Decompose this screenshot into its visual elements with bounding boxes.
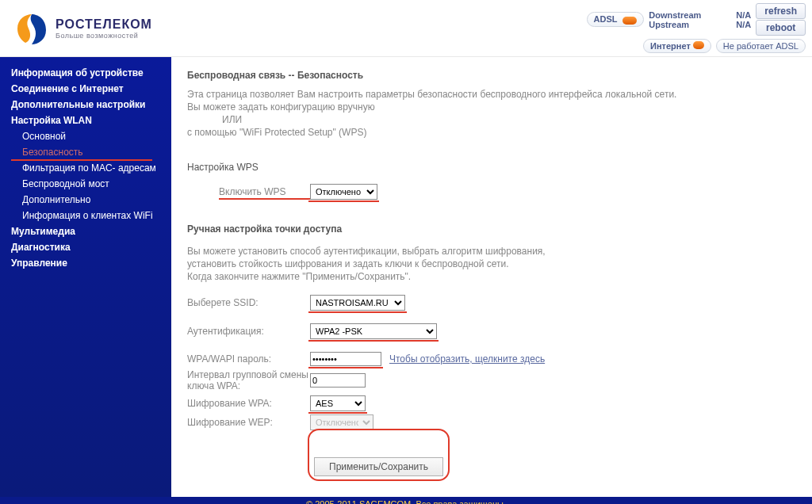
wpa-enc-select[interactable]: AES: [310, 395, 366, 411]
nav-advanced[interactable]: Дополнительные настройки: [0, 97, 171, 113]
pass-input[interactable]: [310, 352, 381, 366]
wep-enc-label: Шифрование WEP:: [187, 417, 310, 428]
rostelecom-icon: [14, 11, 49, 46]
pass-reveal-link[interactable]: Чтобы отобразить, щелкните здесь: [389, 353, 545, 365]
nav-wlan-security[interactable]: Безопасность: [0, 144, 171, 160]
manual-section-title: Ручная настройка точки доступа: [187, 223, 796, 235]
upstream-value: N/A: [727, 20, 751, 29]
wps-enable-row: Включить WPS Отключено: [187, 184, 796, 200]
auth-label: Аутентификация:: [187, 326, 310, 337]
wps-section-title: Настройка WPS: [187, 162, 796, 173]
nav-wlan[interactable]: Настройка WLAN: [0, 113, 171, 128]
manual-desc-2: установить стойкость шифрования и задать…: [187, 258, 796, 269]
content-panel: Беспроводная связь -- Безопасность Эта с…: [171, 57, 812, 497]
auth-select[interactable]: WPA2 -PSK: [310, 323, 437, 339]
internet-badge: Интернет: [643, 39, 711, 53]
manual-desc-3: Когда закончите нажмите "Применить/Сохра…: [187, 271, 796, 282]
nav-wlan-basic[interactable]: Основной: [0, 128, 171, 144]
nav-wlan-clients[interactable]: Информация о клиентах WiFi: [0, 208, 171, 223]
adsl-led-icon: [622, 17, 637, 25]
wep-enc-select[interactable]: Отключено: [310, 414, 373, 430]
desc-line-3: с помощью "WiFi Protected Setup" (WPS): [187, 127, 796, 138]
nav-wlan-mac[interactable]: Фильтрация по MAC- адресам: [0, 160, 171, 176]
wps-enable-label-text: Включить WPS: [219, 186, 286, 197]
nav-multimedia[interactable]: Мультимедиа: [0, 223, 171, 239]
internet-label: Интернет: [650, 41, 691, 51]
sidebar: Информация об устройстве Соединение с Ин…: [0, 57, 171, 497]
adsl-badge: ADSL: [587, 12, 645, 26]
manual-description: Вы можете установить способ аутентификац…: [187, 246, 796, 282]
wps-enable-select[interactable]: Отключено: [310, 184, 377, 200]
wps-enable-label: Включить WPS: [187, 186, 310, 197]
page-title: Беспроводная связь -- Безопасность: [187, 70, 796, 81]
header: РОСТЕЛЕКОМ Больше возможностей ADSL Down…: [0, 0, 812, 57]
stream-readout: DownstreamN/A UpstreamN/A: [649, 10, 751, 29]
brand-tagline: Больше возможностей: [56, 32, 152, 40]
nav-wlan-bridge[interactable]: Беспроводной мост: [0, 176, 171, 192]
status-panel: ADSL DownstreamN/A UpstreamN/A refresh r…: [587, 3, 806, 53]
ssid-select[interactable]: NASTROISAM.RU: [310, 295, 405, 311]
nav-diag[interactable]: Диагностика: [0, 239, 171, 255]
desc-line-2: Вы можете задать конфигурацию вручную: [187, 101, 796, 113]
nav-manage[interactable]: Управление: [0, 255, 171, 271]
nav-device-info[interactable]: Информация об устройстве: [0, 65, 171, 81]
reboot-button[interactable]: reboot: [756, 20, 806, 36]
internet-led-icon: [693, 41, 704, 49]
nav-internet-conn[interactable]: Соединение с Интернет: [0, 81, 171, 97]
brand-name: РОСТЕЛЕКОМ: [56, 17, 152, 32]
rekey-input[interactable]: [310, 373, 366, 388]
upstream-label: Upstream: [649, 20, 716, 29]
page-description: Эта страница позволяет Вам настроить пар…: [187, 89, 796, 138]
manual-desc-1: Вы можете установить способ аутентификац…: [187, 246, 796, 257]
apply-save-button[interactable]: Применить/Сохранить: [314, 457, 443, 476]
rekey-label: Интервал групповой смены ключа WPA:: [187, 369, 310, 392]
footer: © 2005-2011 SAGEMCOM. Все права защищены…: [0, 497, 812, 504]
downstream-value: N/A: [727, 10, 751, 20]
downstream-label: Downstream: [649, 10, 716, 20]
internet-status: Не работает ADSL: [716, 39, 806, 53]
adsl-label: ADSL: [594, 14, 618, 24]
brand-logo: РОСТЕЛЕКОМ Больше возможностей: [14, 11, 152, 46]
desc-or: ИЛИ: [187, 114, 796, 125]
wpa-enc-label: Шифрование WPA:: [187, 398, 310, 409]
desc-line-1: Эта страница позволяет Вам настроить пар…: [187, 89, 796, 100]
nav-wlan-extra[interactable]: Дополнительно: [0, 192, 171, 208]
refresh-button[interactable]: refresh: [756, 3, 806, 19]
pass-label: WPA/WAPI пароль:: [187, 353, 310, 365]
ssid-label: Выберете SSID:: [187, 297, 310, 308]
